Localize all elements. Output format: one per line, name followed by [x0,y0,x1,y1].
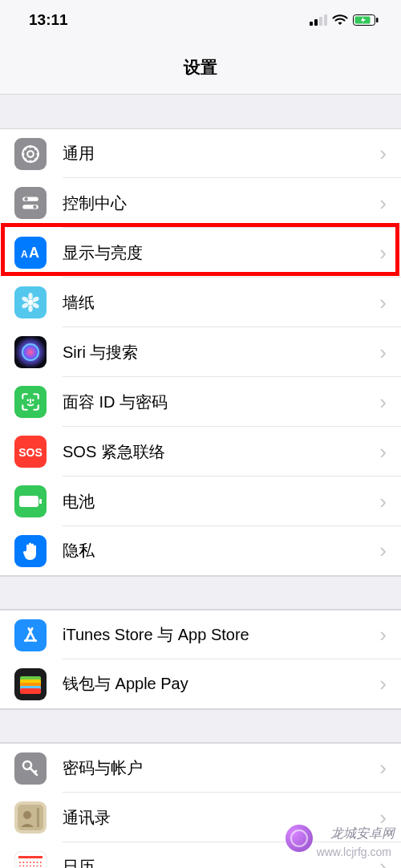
svg-point-62 [19,865,21,866]
svg-rect-52 [37,808,39,827]
settings-group: iTunes Store 与 App Store › 钱包与 Apple Pay… [0,610,401,709]
row-passwords[interactable]: 密码与帐户 › [0,743,401,793]
battery-icon [353,14,379,26]
svg-rect-37 [39,499,42,504]
key-icon [14,752,47,785]
siri-icon [14,336,47,368]
group-spacer [0,576,401,610]
group-spacer [0,95,401,128]
svg-text:A: A [29,245,39,261]
svg-point-23 [28,300,34,306]
svg-point-38 [24,639,26,641]
row-faceid[interactable]: 面容 ID 与密码 › [0,377,401,427]
flower-icon [14,286,47,318]
contacts-icon [14,801,47,834]
status-bar: 13:11 [0,0,401,40]
svg-point-18 [24,197,27,201]
row-label: 墙纸 [63,292,379,314]
watermark-text-2: www.lcjrfg.com [317,846,391,858]
group-spacer [0,709,401,743]
svg-point-67 [37,865,38,866]
chevron-right-icon: › [379,623,387,647]
chevron-right-icon: › [379,538,387,563]
row-label: 通用 [63,143,379,164]
svg-point-64 [26,865,28,866]
svg-point-32 [26,400,29,402]
row-label: Siri 与搜索 [63,342,379,363]
gear-icon [14,138,47,170]
row-label: iTunes Store 与 App Store [63,624,379,646]
page-title: 设置 [184,56,217,79]
svg-point-65 [30,865,31,866]
hand-icon [14,535,47,567]
svg-point-66 [33,865,34,866]
svg-rect-1 [314,19,318,26]
chevron-right-icon: › [379,671,387,696]
svg-point-68 [40,865,42,866]
row-label: 电池 [63,491,379,513]
svg-rect-6 [376,18,379,22]
chevron-right-icon: › [379,489,387,514]
wallet-icon [14,668,47,700]
row-general[interactable]: 通用 › [0,128,401,178]
chevron-right-icon: › [379,390,387,415]
svg-point-8 [27,151,34,157]
appstore-icon [14,619,47,651]
row-wallpaper[interactable]: 墙纸 › [0,278,401,327]
sos-icon: SOS [14,436,47,468]
svg-rect-54 [18,856,43,858]
svg-point-33 [32,400,34,402]
row-label: SOS 紧急联络 [63,441,379,463]
row-label: 钱包与 Apple Pay [63,673,379,695]
svg-text:SOS: SOS [18,446,43,459]
svg-rect-30 [14,336,47,368]
row-display[interactable]: AA 显示与亮度 › [0,228,401,278]
row-wallet[interactable]: 钱包与 Apple Pay › [0,659,401,709]
svg-point-20 [33,205,36,209]
switches-icon [14,187,47,219]
watermark-text-1: 龙城安卓网 [330,825,395,842]
svg-point-24 [28,293,32,300]
watermark-logo [286,825,313,852]
calendar-icon [14,851,47,869]
row-siri[interactable]: Siri 与搜索 › [0,327,401,377]
svg-rect-45 [20,688,41,694]
chevron-right-icon: › [379,756,387,781]
chevron-right-icon: › [379,241,387,266]
svg-point-56 [22,862,24,863]
settings-group: 通用 › 控制中心 › AA 显示与亮度 › 墙纸 › Siri 与搜索 › 面… [0,128,401,576]
chevron-right-icon: › [379,191,387,216]
svg-rect-3 [324,14,327,26]
status-time: 13:11 [29,11,68,29]
text-size-icon: AA [14,237,47,269]
chevron-right-icon: › [379,340,387,365]
faceid-icon [14,386,47,418]
row-sos[interactable]: SOS SOS 紧急联络 › [0,427,401,477]
svg-point-39 [34,639,37,641]
svg-point-27 [28,305,32,312]
svg-point-60 [37,862,38,863]
svg-point-55 [19,862,21,863]
row-privacy[interactable]: 隐私 › [0,526,401,576]
status-icons [310,14,379,26]
svg-rect-0 [310,22,313,26]
row-label: 面容 ID 与密码 [63,391,379,413]
svg-point-59 [33,862,34,863]
row-control-center[interactable]: 控制中心 › [0,178,401,228]
svg-point-51 [23,811,31,819]
row-label: 密码与帐户 [63,757,379,779]
row-label: 隐私 [63,540,379,562]
chevron-right-icon: › [379,141,387,166]
chevron-right-icon: › [379,290,387,315]
row-battery[interactable]: 电池 › [0,477,401,526]
row-label: 控制中心 [63,193,379,214]
signal-icon [310,14,327,26]
row-itunes[interactable]: iTunes Store 与 App Store › [0,610,401,659]
svg-line-48 [34,771,36,773]
svg-rect-2 [319,17,322,26]
chevron-right-icon: › [379,440,387,464]
svg-text:A: A [21,249,28,260]
svg-point-58 [30,862,31,863]
battery-icon [14,485,47,517]
wifi-icon [332,14,348,26]
